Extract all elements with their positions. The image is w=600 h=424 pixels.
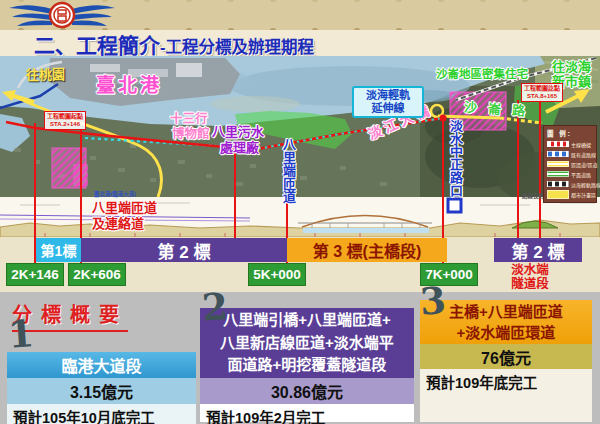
box3-due: 預計109年底完工 [420, 369, 592, 422]
legend-item-label: 平面道路 [571, 171, 591, 178]
label-lrt-line1: 淡海輕軌 [354, 89, 422, 102]
box2-cost: 30.86億元 [200, 378, 414, 404]
box2-due: 預計109年2月完工 [200, 404, 414, 422]
tiny-port-road: 臺北港(臨港大道) [94, 190, 136, 198]
legend-existing-road-swatch-icon [547, 151, 569, 157]
legend-item: 既有道路線 [547, 149, 594, 159]
legend-title: 圖 例: [547, 128, 594, 138]
box3-name-line: 主橋+八里端匝道 [449, 301, 563, 322]
summary-box-1: 臨港大道段 3.15億元 預計105年10月底完工 [7, 352, 196, 424]
section-boundary-line [539, 98, 541, 240]
map-legend: 圖 例: 主線橋樑 既有道路線 匝環道/匝道 平面道路 淡海輕軌路線 都市計畫區 [543, 125, 597, 203]
chainage-5k000: 5K+000 [248, 263, 306, 286]
legend-urban-plan-swatch-icon [547, 190, 569, 199]
tunnel-section-note: 淡水端 隧道段 [500, 263, 560, 292]
legend-item: 平面道路 [547, 169, 594, 179]
tunnel-note-line1: 淡水端 [500, 263, 560, 277]
highway-bureau-logo-icon [6, 1, 118, 31]
section-2b-segment: 第 2 標 [494, 238, 582, 262]
section-1-segment: 第1標 [36, 238, 81, 262]
box3-name-line: +淡水端匝環道 [457, 322, 556, 343]
label-to-tamhai-line1: 往淡海 [552, 60, 591, 75]
box3-cost: 76億元 [420, 344, 592, 369]
chainage-2k606: 2K+606 [68, 263, 126, 286]
label-sewage-line1: 八里污水 [212, 125, 264, 140]
note-start-sta: STA.2+146 [47, 121, 83, 129]
note-end-sta: STA.8+165 [524, 93, 560, 101]
note-project-start: 工程範圍起點 STA.2+146 [44, 111, 86, 130]
legend-item-label: 匝環道/匝道 [571, 161, 597, 168]
ramp-connector-line [234, 146, 236, 238]
box1-cost: 3.15億元 [7, 378, 196, 404]
label-to-taoyuan: 往桃園 [26, 68, 65, 83]
label-shalun-housing: 沙崙地區密集住宅 [436, 68, 528, 81]
summary-box3-number: 3 [419, 282, 447, 321]
legend-item: 主線橋樑 [547, 139, 594, 149]
chainage-2k146: 2K+146 [6, 263, 64, 286]
summary-box-2: 八里端引橋+八里端匝道+ 八里新店線匝道+淡水端平 面道路+明挖覆蓋隧道段 30… [200, 308, 414, 422]
label-bali-ramp-vertical: 八里端匝道 [280, 138, 295, 218]
slide: 二、工程簡介-工程分標及辦理期程 [0, 0, 600, 424]
box2-name: 八里端引橋+八里端匝道+ 八里新店線匝道+淡水端平 面道路+明挖覆蓋隧道段 [200, 308, 414, 378]
page-title-sub: -工程分標及辦理期程 [160, 38, 314, 56]
box2-name-line: 八里新店線匝道+淡水端平 [220, 332, 394, 355]
legend-item: 都市計畫區 [547, 189, 594, 199]
page-title: 二、工程簡介-工程分標及辦理期程 [34, 29, 314, 59]
section-3-segment: 第 3 標(主橋段) [287, 238, 447, 262]
page-title-main: 二、工程簡介 [34, 34, 160, 57]
legend-item-label: 都市計畫區 [571, 191, 596, 198]
box1-due: 預計105年10月底完工 [7, 404, 196, 424]
strip-ramp-label-line2: 及連絡道 [92, 217, 144, 232]
legend-item: 匝環道/匝道 [547, 159, 594, 169]
label-zhongzheng-road-vertical: 淡水中正路口 [447, 119, 462, 207]
label-lrt-extension: 淡海輕軌 延伸線 [352, 86, 424, 118]
summary-box1-number: 1 [7, 315, 35, 354]
note-end-line1: 工程範圍訖點 [524, 85, 560, 93]
label-museum-line2: 博物館 [172, 127, 210, 141]
legend-item-label: 主線橋樑 [571, 141, 591, 148]
legend-ramp-swatch-icon [547, 161, 569, 167]
legend-item: 淡海輕軌路線 [547, 179, 594, 189]
profile-strip [0, 197, 600, 237]
section-boundary-line [517, 100, 519, 240]
note-project-end: 工程範圍訖點 STA.8+165 [521, 83, 563, 102]
label-sewage-line2: 處理廠 [220, 141, 259, 156]
tunnel-note-line2: 隧道段 [500, 277, 560, 291]
section-2-segment: 第 2 標 [81, 238, 287, 262]
label-museum-line1: 十三行 [170, 112, 208, 126]
label-taipei-port: 臺北港 [96, 75, 162, 97]
summary-box2-number: 2 [201, 288, 229, 327]
box1-name: 臨港大道段 [7, 352, 196, 378]
legend-surface-road-swatch-icon [547, 171, 569, 177]
legend-item-label: 既有道路線 [571, 151, 596, 158]
box1-name-line: 臨港大道段 [61, 353, 141, 377]
legend-lrt-swatch-icon [547, 181, 569, 187]
strip-ramp-label-line1: 八里端匝道 [92, 201, 157, 216]
note-start-line1: 工程範圍起點 [47, 113, 83, 121]
box2-name-line: 八里端引橋+八里端匝道+ [223, 309, 391, 332]
box2-name-line: 面道路+明挖覆蓋隧道段 [228, 354, 387, 377]
label-lrt-line2: 延伸線 [354, 102, 422, 115]
legend-item-label: 淡海輕軌路線 [571, 181, 600, 188]
legend-mainline-swatch-icon [547, 141, 569, 147]
